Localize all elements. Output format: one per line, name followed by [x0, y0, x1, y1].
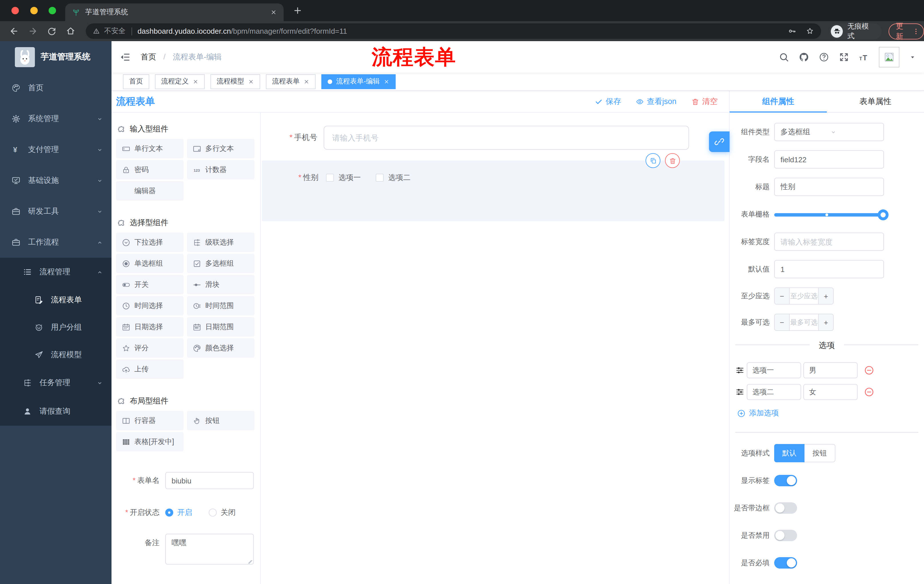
view-json-button[interactable]: 查看json	[636, 96, 676, 107]
browser-tab[interactable]: 芋道管理系统	[65, 3, 284, 21]
delete-component-button[interactable]	[665, 153, 680, 168]
avatar[interactable]	[879, 46, 899, 67]
remove-option-icon[interactable]	[864, 387, 874, 397]
help-icon[interactable]	[819, 52, 829, 62]
palette-item-upload[interactable]: 上传	[116, 359, 183, 379]
palette-item-time-range[interactable]: 时间范围	[187, 296, 254, 316]
max-select-stepper[interactable]: − 最多可选 +	[774, 314, 834, 331]
sidebar-item-task-mgmt[interactable]: 任务管理	[0, 368, 112, 397]
add-option-button[interactable]: 添加选项	[737, 408, 924, 418]
palette-item-cascader[interactable]: 级联选择	[187, 233, 254, 252]
update-button[interactable]: 更新	[889, 23, 924, 39]
style-button-button[interactable]: 按钮	[805, 444, 835, 462]
gender-option-2-label[interactable]: 选项二	[388, 173, 411, 183]
tag-close-icon[interactable]	[384, 79, 389, 84]
sidebar-item-infra[interactable]: 基础设施	[0, 165, 112, 196]
sidebar-item-user-group[interactable]: 用户分组	[0, 314, 112, 341]
min-select-stepper[interactable]: − 至少应选 +	[774, 288, 834, 304]
palette-item-counter[interactable]: 123计数器	[187, 160, 254, 179]
gender-checkbox-2[interactable]	[376, 174, 384, 182]
password-key-icon[interactable]	[788, 27, 797, 35]
palette-item-date-range[interactable]: 日期范围	[187, 317, 254, 337]
phone-input[interactable]	[323, 126, 689, 150]
component-type-select[interactable]: 多选框组	[774, 123, 884, 141]
tag-process-form[interactable]: 流程表单	[266, 74, 316, 89]
default-value-input[interactable]	[774, 260, 884, 278]
form-remark-textarea[interactable]: 嘿嘿	[165, 534, 254, 564]
sidebar-item-devtools[interactable]: 研发工具	[0, 196, 112, 227]
window-zoom-button[interactable]	[49, 7, 56, 14]
palette-item-single-text[interactable]: 单行文本	[116, 139, 183, 158]
tag-process-definition[interactable]: 流程定义	[155, 74, 205, 89]
sidebar-collapse-icon[interactable]	[120, 52, 130, 62]
field-name-input[interactable]	[774, 150, 884, 169]
option-1-label-input[interactable]	[747, 362, 801, 378]
option-2-label-input[interactable]	[747, 384, 801, 400]
canvas-gender-field-selected[interactable]: *性别 选项一 选项二	[262, 161, 724, 221]
palette-item-button[interactable]: 按钮	[187, 411, 254, 430]
palette-item-radio-group[interactable]: 单选框组	[116, 254, 183, 273]
palette-item-row-container[interactable]: 行容器	[116, 411, 183, 430]
option-2-value-input[interactable]	[804, 384, 858, 400]
form-name-input[interactable]	[165, 472, 254, 489]
tab-component-props[interactable]: 组件属性	[729, 91, 827, 112]
canvas-phone-field[interactable]: *手机号	[261, 125, 729, 150]
palette-item-table[interactable]: 表格[开发中]	[116, 432, 183, 451]
palette-item-editor[interactable]: 编辑器	[116, 181, 183, 201]
gender-checkbox-1[interactable]	[326, 174, 334, 182]
sidebar-item-leave-query[interactable]: 请假查询	[0, 397, 112, 426]
form-grid-slider[interactable]	[774, 213, 884, 216]
radio-on[interactable]	[165, 508, 173, 517]
palette-item-date-picker[interactable]: 日期选择	[116, 317, 183, 337]
palette-item-color-picker[interactable]: 颜色选择	[187, 338, 254, 358]
stepper-minus-button[interactable]: −	[775, 288, 790, 304]
copy-component-button[interactable]	[645, 153, 660, 168]
save-button[interactable]: 保存	[595, 96, 621, 107]
palette-item-switch[interactable]: 开关	[116, 275, 183, 294]
security-label[interactable]: 不安全	[104, 26, 125, 36]
forward-icon[interactable]	[28, 26, 38, 36]
tag-close-icon[interactable]	[248, 79, 254, 84]
radio-off[interactable]	[209, 508, 217, 517]
option-1-value-input[interactable]	[804, 362, 858, 378]
style-default-button[interactable]: 默认	[774, 444, 805, 462]
palette-item-password[interactable]: 密码	[116, 160, 183, 179]
radio-on-label[interactable]: 开启	[177, 507, 192, 518]
tag-close-icon[interactable]	[193, 79, 198, 84]
tag-home[interactable]: 首页	[123, 74, 149, 89]
stepper-minus-button[interactable]: −	[775, 314, 790, 330]
sidebar-item-system[interactable]: 系统管理	[0, 104, 112, 134]
show-label-switch[interactable]	[774, 475, 797, 486]
window-minimize-button[interactable]	[30, 7, 38, 14]
required-switch[interactable]	[774, 557, 797, 569]
sidebar-item-workflow[interactable]: 工作流程	[0, 227, 112, 258]
bookmark-star-icon[interactable]	[806, 27, 814, 35]
palette-item-select[interactable]: 下拉选择	[116, 233, 183, 252]
palette-item-time-picker[interactable]: 时间选择	[116, 296, 183, 316]
reload-icon[interactable]	[47, 26, 57, 36]
sidebar-item-process-form[interactable]: 流程表单	[0, 286, 112, 314]
title-input[interactable]	[774, 178, 884, 196]
palette-item-slider[interactable]: 滑块	[187, 275, 254, 294]
sidebar-item-process-model[interactable]: 流程模型	[0, 341, 112, 368]
address-bar[interactable]: 不安全 dashboard.yudao.iocoder.cn /bpm/mana…	[86, 23, 821, 39]
palette-item-rate[interactable]: 评分	[116, 338, 183, 358]
new-tab-button[interactable]	[293, 6, 302, 15]
palette-item-checkbox-group[interactable]: 多选框组	[187, 254, 254, 273]
stepper-plus-button[interactable]: +	[818, 314, 833, 330]
stepper-plus-button[interactable]: +	[818, 288, 833, 304]
drag-handle-icon[interactable]	[735, 387, 744, 396]
back-icon[interactable]	[9, 26, 19, 36]
breadcrumb-home[interactable]: 首页	[141, 52, 156, 61]
search-icon[interactable]	[779, 52, 789, 62]
home-icon[interactable]	[66, 26, 76, 36]
drag-handle-icon[interactable]	[735, 366, 744, 375]
sidebar-item-process-mgmt[interactable]: 流程管理	[0, 258, 112, 286]
radio-off-label[interactable]: 关闭	[221, 507, 236, 518]
remove-option-icon[interactable]	[864, 365, 874, 375]
tab-close-icon[interactable]	[271, 9, 277, 15]
tag-process-model[interactable]: 流程模型	[210, 74, 260, 89]
tag-close-icon[interactable]	[304, 79, 309, 84]
with-border-switch[interactable]	[774, 502, 797, 514]
fullscreen-icon[interactable]	[839, 52, 849, 62]
